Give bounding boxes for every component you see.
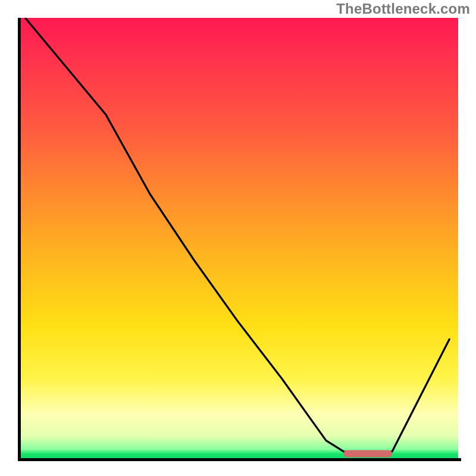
plot-area — [18, 18, 458, 458]
x-axis — [18, 458, 461, 461]
chart-canvas: TheBottleneck.com — [0, 0, 476, 476]
optimal-marker — [344, 450, 392, 458]
watermark-text: TheBottleneck.com — [336, 1, 470, 17]
bottleneck-curve-svg — [18, 18, 458, 458]
y-axis — [18, 18, 21, 461]
bottleneck-curve — [18, 18, 449, 454]
